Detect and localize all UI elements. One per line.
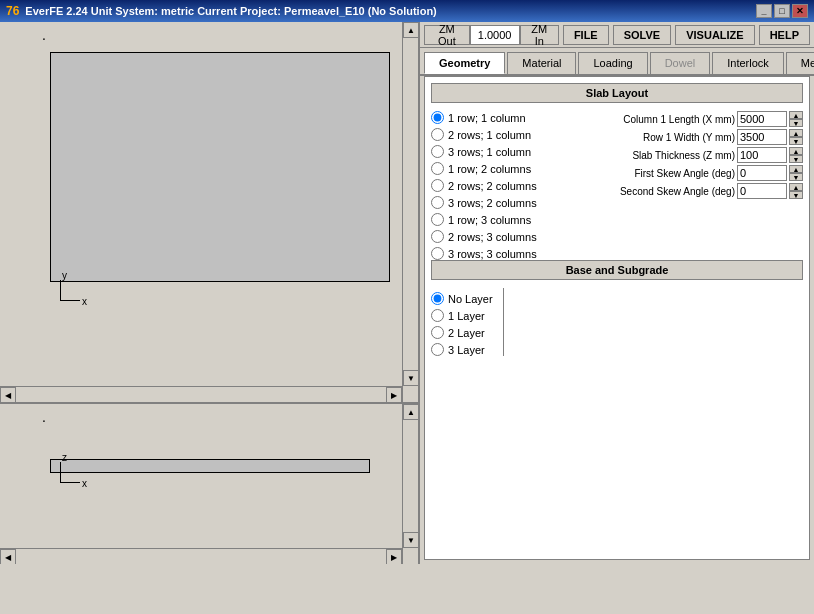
radio-r1c2[interactable] [431,162,444,175]
slab-layout-section: Slab Layout 1 row; 1 column 2 rows; 1 co… [431,83,803,260]
layout-option-r3c3[interactable]: 3 rows; 3 columns [431,247,537,260]
layout-option-r1c3[interactable]: 1 row; 3 columns [431,213,537,226]
scroll-right[interactable]: ▶ [386,387,402,403]
second-skew-spinner[interactable]: ▲ ▼ [789,183,803,199]
layout-option-r2c2[interactable]: 2 rows; 2 columns [431,179,537,192]
radio-3-layer[interactable] [431,343,444,356]
top-viewport: · x y ▲ ▼ ◀ [0,22,418,404]
minimize-button[interactable]: _ [756,4,772,18]
radio-r3c2[interactable] [431,196,444,209]
app-icon: 76 [6,4,19,18]
bottom-scroll-right[interactable]: ▶ [386,549,402,564]
param-row1-width: Row 1 Width (Y mm) ▲ ▼ [547,129,803,145]
layout-option-r1c2[interactable]: 1 row; 2 columns [431,162,537,175]
slab-thickness-input[interactable] [737,147,787,163]
layout-option-r3c1[interactable]: 3 rows; 1 column [431,145,537,158]
radio-r2c2[interactable] [431,179,444,192]
top-dot: · [42,30,46,46]
zoom-value-input[interactable] [470,25,520,45]
first-skew-spin-down[interactable]: ▼ [789,173,803,181]
slab-thickness-spin-down[interactable]: ▼ [789,155,803,163]
bottom-scroll-vertical[interactable]: ▲ ▼ [402,404,418,564]
radio-r3c3[interactable] [431,247,444,260]
row1-width-spin-down[interactable]: ▼ [789,137,803,145]
col1-length-spinner[interactable]: ▲ ▼ [789,111,803,127]
z-axis-line [60,462,61,482]
first-skew-spinner[interactable]: ▲ ▼ [789,165,803,181]
col1-length-input[interactable] [737,111,787,127]
main-container: · x y ▲ ▼ ◀ [0,22,814,564]
param-col1-length: Column 1 Length (X mm) ▲ ▼ [547,111,803,127]
tab-interlock[interactable]: Interlock [712,52,784,74]
base-subgrade-header: Base and Subgrade [431,260,803,280]
radio-r2c1[interactable] [431,128,444,141]
scroll-up[interactable]: ▲ [403,22,418,38]
row1-width-input[interactable] [737,129,787,145]
row1-width-spinner[interactable]: ▲ ▼ [789,129,803,145]
tab-bar: Geometry Material Loading Dowel Interloc… [420,48,814,76]
zoom-in-button[interactable]: ZM In [520,25,559,45]
second-skew-input[interactable] [737,183,787,199]
titlebar-text: EverFE 2.24 Unit System: metric Current … [25,5,436,17]
tab-meshing[interactable]: Meshing [786,52,814,74]
radio-r1c3[interactable] [431,213,444,226]
second-skew-spin-down[interactable]: ▼ [789,191,803,199]
radio-no-layer[interactable] [431,292,444,305]
titlebar-controls[interactable]: _ □ ✕ [756,4,808,18]
row1-width-spin-up[interactable]: ▲ [789,129,803,137]
layer-params-area [503,288,803,356]
titlebar-left: 76 EverFE 2.24 Unit System: metric Curre… [6,4,437,18]
x-axis-bottom-line [60,482,80,483]
first-skew-input[interactable] [737,165,787,181]
tab-material[interactable]: Material [507,52,576,74]
radio-r2c3[interactable] [431,230,444,243]
slab-layout-content: 1 row; 1 column 2 rows; 1 column 3 rows;… [431,111,803,260]
bottom-scroll-horizontal[interactable]: ◀ ▶ [0,548,402,564]
maximize-button[interactable]: □ [774,4,790,18]
layout-option-r1c1[interactable]: 1 row; 1 column [431,111,537,124]
radio-r3c1[interactable] [431,145,444,158]
scroll-left[interactable]: ◀ [0,387,16,403]
help-menu[interactable]: HELP [759,25,810,45]
layer-option-three[interactable]: 3 Layer [431,343,493,356]
slab-thickness-spin-up[interactable]: ▲ [789,147,803,155]
tab-loading[interactable]: Loading [578,52,647,74]
slab-layout-header: Slab Layout [431,83,803,103]
layout-option-r2c1[interactable]: 2 rows; 1 column [431,128,537,141]
layer-option-none[interactable]: No Layer [431,292,493,305]
bottom-scroll-left[interactable]: ◀ [0,549,16,564]
right-panel: ZM Out ZM In FILE SOLVE VISUALIZE HELP G… [420,22,814,564]
layout-option-r3c2[interactable]: 3 rows; 2 columns [431,196,537,209]
bottom-viewport: · x z ▲ ▼ ◀ ▶ [0,404,418,564]
radio-2-layer[interactable] [431,326,444,339]
top-scroll-horizontal[interactable]: ◀ ▶ [0,386,402,402]
radio-1-layer[interactable] [431,309,444,322]
col1-length-spin-up[interactable]: ▲ [789,111,803,119]
layer-option-two[interactable]: 2 Layer [431,326,493,339]
bottom-scroll-down[interactable]: ▼ [403,532,418,548]
first-skew-spin-up[interactable]: ▲ [789,165,803,173]
zoombar: ZM Out ZM In FILE SOLVE VISUALIZE HELP [420,22,814,48]
top-scroll-vertical[interactable]: ▲ ▼ [402,22,418,402]
file-menu[interactable]: FILE [563,25,609,45]
scroll-down[interactable]: ▼ [403,370,418,386]
second-skew-spin-up[interactable]: ▲ [789,183,803,191]
visualize-menu[interactable]: VISUALIZE [675,25,754,45]
slab-rectangle [50,52,390,282]
titlebar: 76 EverFE 2.24 Unit System: metric Curre… [0,0,814,22]
layer-option-one[interactable]: 1 Layer [431,309,493,322]
radio-r1c1[interactable] [431,111,444,124]
y-axis [60,280,61,300]
tab-geometry[interactable]: Geometry [424,52,505,74]
col1-length-spin-down[interactable]: ▼ [789,119,803,127]
param-slab-thickness: Slab Thickness (Z mm) ▲ ▼ [547,147,803,163]
layout-option-r2c3[interactable]: 2 rows; 3 columns [431,230,537,243]
layer-radio-group: No Layer 1 Layer 2 Layer 3 Layer [431,288,493,356]
close-button[interactable]: ✕ [792,4,808,18]
x-axis [60,300,80,301]
zoom-out-button[interactable]: ZM Out [424,25,470,45]
slab-thickness-spinner[interactable]: ▲ ▼ [789,147,803,163]
base-subgrade-section: Base and Subgrade No Layer 1 Layer [431,260,803,356]
bottom-scroll-up[interactable]: ▲ [403,404,418,420]
solve-menu[interactable]: SOLVE [613,25,671,45]
